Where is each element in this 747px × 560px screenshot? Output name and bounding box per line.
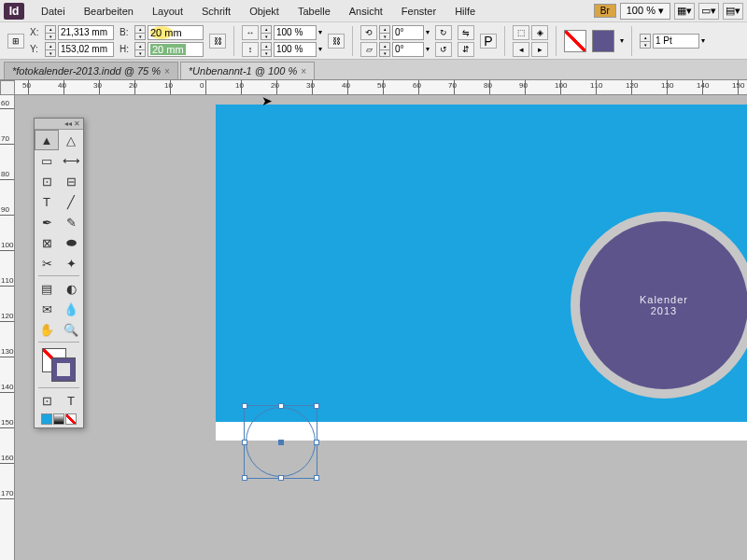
rotate-ccw-icon[interactable]: ↺ (435, 42, 452, 57)
doc-tab-2[interactable]: *Unbenannt-1 @ 100 %× (180, 62, 315, 79)
handle-mr[interactable] (314, 440, 319, 445)
handle-tl[interactable] (242, 403, 247, 409)
close-icon[interactable]: × (164, 66, 170, 77)
selection-tool[interactable]: ▲ (35, 130, 59, 150)
stroke-weight-spinner[interactable]: ▴▾ (640, 34, 651, 49)
zoom-level[interactable]: 100 % ▾ (620, 3, 670, 20)
scale-x-spinner[interactable]: ▴▾ (261, 25, 272, 40)
close-icon[interactable]: × (301, 66, 306, 77)
select-content-icon[interactable]: ◈ (531, 25, 548, 40)
stroke-swatch[interactable] (592, 30, 614, 52)
formatting-text-icon[interactable]: T (59, 390, 83, 411)
tools-panel-header[interactable]: ◂◂ ✕ (35, 119, 83, 130)
select-container-icon[interactable]: ⬚ (513, 25, 529, 40)
p-icon[interactable]: P (480, 34, 497, 49)
note-tool[interactable]: ✉ (35, 299, 59, 319)
menu-bearbeiten[interactable]: Bearbeiten (75, 6, 143, 17)
w-spinner[interactable]: ▴▾ (134, 25, 146, 40)
handle-br[interactable] (314, 475, 319, 481)
formatting-container-icon[interactable]: ⊡ (35, 390, 59, 411)
view-options-icon[interactable]: ▦▾ (674, 3, 695, 20)
shear-input[interactable]: 0° (392, 42, 424, 57)
selected-ellipse[interactable] (246, 407, 316, 477)
rotate-cw-icon[interactable]: ↻ (435, 25, 452, 40)
constrain-scale-icon[interactable]: ⛓ (328, 34, 345, 49)
select-prev-icon[interactable]: ◂ (513, 42, 529, 57)
line-tool[interactable]: ╱ (59, 191, 83, 212)
pencil-tool[interactable]: ✎ (59, 212, 83, 232)
rotate-input[interactable]: 0° (392, 25, 424, 40)
menu-hilfe[interactable]: Hilfe (445, 6, 485, 17)
stroke-proxy[interactable] (51, 357, 76, 382)
menu-tabelle[interactable]: Tabelle (289, 6, 340, 17)
title-line-1: Kalender (640, 294, 688, 305)
ruler-origin[interactable] (0, 80, 15, 95)
fill-swatch[interactable] (564, 30, 586, 52)
width-input[interactable]: 20 mm (148, 25, 204, 40)
horizontal-ruler[interactable]: 5040302010010203040506070809010011012013… (15, 80, 747, 95)
zoom-tool[interactable]: 🔍 (59, 319, 83, 340)
handle-tr[interactable] (314, 403, 319, 409)
title-circle-frame[interactable]: Kalender 2013 (571, 212, 747, 399)
free-transform-tool[interactable]: ✦ (59, 253, 83, 273)
height-value: 20 mm (150, 44, 186, 55)
scale-x-input[interactable]: 100 % (274, 25, 317, 40)
type-tool[interactable]: T (35, 191, 59, 212)
eyedropper-tool[interactable]: 💧 (59, 299, 83, 319)
shear-spinner[interactable]: ▴▾ (379, 42, 390, 57)
gradient-swatch-tool[interactable]: ▤ (35, 278, 59, 299)
tools-panel[interactable]: ◂◂ ✕ ▲ △ ▭ ⟷ ⊡ ⊟ T ╱ ✒ ✎ ⊠ ⬬ ✂ ✦ ▤ ◐ ✉ 💧… (34, 118, 84, 428)
gap-tool[interactable]: ⟷ (59, 150, 83, 171)
rectangle-tool[interactable]: ⬬ (59, 232, 83, 253)
canvas[interactable]: Kalender 2013 (15, 95, 747, 560)
x-spinner[interactable]: ▴▾ (45, 25, 56, 40)
bridge-badge[interactable]: Br (594, 4, 616, 18)
flip-v-icon[interactable]: ⇵ (458, 42, 474, 57)
x-input[interactable]: 21,313 mm (58, 25, 114, 40)
gradient-feather-tool[interactable]: ◐ (59, 278, 83, 299)
y-label: Y: (30, 44, 43, 54)
height-input[interactable]: 20 mm (148, 42, 204, 57)
menu-fenster[interactable]: Fenster (392, 6, 445, 17)
menu-layout[interactable]: Layout (143, 6, 192, 17)
scale-y-input[interactable]: 100 % (274, 42, 317, 57)
content-collector-tool[interactable]: ⊡ (35, 171, 59, 191)
menu-ansicht[interactable]: Ansicht (340, 6, 392, 17)
apply-none-icon[interactable] (65, 413, 77, 425)
ref-point-icon[interactable]: ⊞ (7, 34, 24, 49)
apply-color-icon[interactable] (41, 413, 52, 425)
handle-bl[interactable] (242, 475, 247, 481)
rotate-spinner[interactable]: ▴▾ (379, 25, 390, 40)
handle-center[interactable] (278, 440, 284, 445)
flip-h-icon[interactable]: ⇋ (458, 25, 474, 40)
handle-tm[interactable] (278, 403, 284, 409)
pen-tool[interactable]: ✒ (35, 212, 59, 232)
x-label: X: (30, 27, 43, 37)
vertical-ruler[interactable]: 60708090100110120130140150160170 (0, 95, 15, 560)
rectangle-frame-tool[interactable]: ⊠ (35, 232, 59, 253)
menu-datei[interactable]: Datei (32, 6, 75, 17)
stroke-weight-input[interactable]: 1 Pt (653, 34, 699, 49)
content-placer-tool[interactable]: ⊟ (59, 171, 83, 191)
handle-ml[interactable] (242, 440, 247, 445)
arrange-docs-icon[interactable]: ▤▾ (723, 3, 743, 20)
title-circle[interactable]: Kalender 2013 (580, 221, 747, 389)
h-spinner[interactable]: ▴▾ (134, 42, 146, 57)
menu-objekt[interactable]: Objekt (240, 6, 289, 17)
select-next-icon[interactable]: ▸ (531, 42, 548, 57)
constrain-wh-icon[interactable]: ⛓ (209, 34, 226, 49)
hand-tool[interactable]: ✋ (35, 319, 59, 340)
handle-bm[interactable] (278, 475, 284, 481)
page[interactable]: Kalender 2013 (216, 105, 747, 441)
scale-y-spinner[interactable]: ▴▾ (261, 42, 272, 57)
scissors-tool[interactable]: ✂ (35, 253, 59, 273)
direct-selection-tool[interactable]: △ (59, 130, 83, 150)
y-spinner[interactable]: ▴▾ (45, 42, 56, 57)
menu-schrift[interactable]: Schrift (192, 6, 240, 17)
screen-mode-icon[interactable]: ▭▾ (698, 3, 719, 20)
apply-gradient-icon[interactable] (53, 413, 64, 425)
fill-stroke-proxy[interactable] (42, 348, 76, 382)
y-input[interactable]: 153,02 mm (58, 42, 114, 57)
page-tool[interactable]: ▭ (35, 150, 59, 171)
doc-tab-1[interactable]: *fotokalender-2013.indd @ 75 %× (4, 62, 178, 79)
